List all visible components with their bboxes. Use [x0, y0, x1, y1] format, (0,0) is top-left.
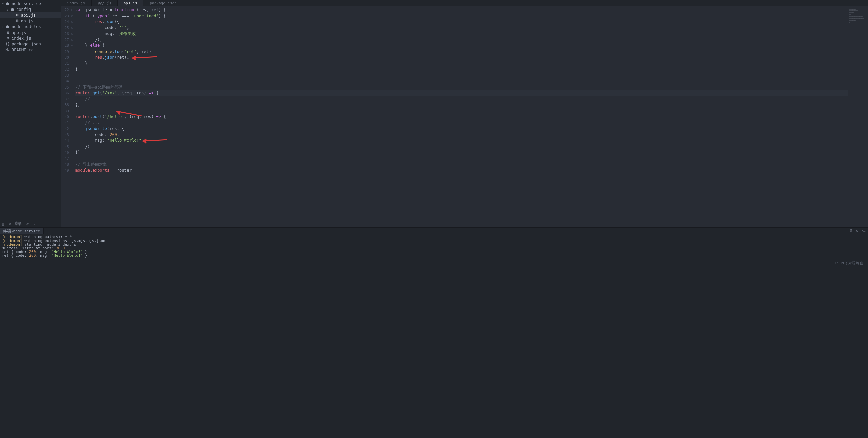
tree-item-label: node_modules	[12, 24, 41, 29]
code-line-39[interactable]	[75, 108, 848, 114]
code-line-26[interactable]: msg: '操作失败'	[75, 31, 848, 37]
file-icon: 🗎	[15, 19, 20, 23]
tree-item-label: node_service	[12, 1, 41, 6]
json-icon: {}	[5, 42, 10, 46]
code-line-31[interactable]: }	[75, 61, 848, 67]
code-line-34[interactable]	[75, 78, 848, 84]
search-icon[interactable]: ⌕	[8, 222, 11, 226]
editor-area: index.jsapp.jsapi.jspackage.json 2223242…	[61, 0, 868, 227]
caret-icon: ∨	[7, 8, 10, 11]
svg-marker-2	[142, 139, 146, 143]
tree-item-app-js[interactable]: 🗎app.js	[0, 30, 61, 35]
file-tree[interactable]: ∨🖿node_service∨🖿config🗎api.js🗎db.js›🖿nod…	[0, 0, 61, 220]
tree-item-label: db.js	[21, 19, 33, 23]
code-line-29[interactable]: console.log('ret', ret)	[75, 49, 848, 55]
code-line-47[interactable]	[75, 156, 848, 162]
code-line-45[interactable]: })	[75, 144, 848, 150]
editor-tabs: index.jsapp.jsapi.jspackage.json	[61, 0, 868, 6]
folder-icon: 🖿	[5, 24, 10, 29]
code-line-28[interactable]: } else {	[75, 43, 848, 49]
text-cursor	[160, 91, 160, 96]
caret-icon: ∨	[2, 2, 5, 5]
code-line-22[interactable]: var jsonWrite = function (res, ret) {	[75, 7, 848, 13]
tree-item-config[interactable]: ∨🖿config	[0, 6, 61, 12]
tree-item-db-js[interactable]: 🗎db.js	[0, 18, 61, 24]
annotation-arrow	[131, 56, 158, 59]
tab-api-js[interactable]: api.js	[118, 0, 144, 6]
code-line-44[interactable]: msg: "Hello World!"	[75, 138, 848, 144]
fold-gutter[interactable]: ⊟⊟⊟⊟⊟⊟⊟	[71, 6, 75, 227]
code-line-46[interactable]: })	[75, 150, 848, 156]
tree-item-label: README.md	[12, 47, 34, 52]
tree-item-label: api.js	[21, 13, 36, 18]
close-terminal-icon[interactable]: x₁	[862, 228, 866, 233]
file-icon: 🗎	[15, 13, 20, 17]
tab-index-js[interactable]: index.js	[61, 0, 92, 6]
minimap[interactable]: ▬▬▬▬▬▬▬▬▬▬▬▬▬▬▬▬▬▬▬▬▬▬▬▬▬▬▬▬▬▬▬▬▬▬▬▬▬▬▬▬…	[848, 6, 868, 227]
tree-item-node-service[interactable]: ∨🖿node_service	[0, 1, 61, 6]
code-line-40[interactable]: router.post('/hello', (req, res) => {	[75, 114, 848, 120]
tab-package-json[interactable]: package.json	[143, 0, 183, 6]
code-line-35[interactable]: // 下面是api路由的代码	[75, 84, 848, 91]
tree-item-package-json[interactable]: {}package.json	[0, 41, 61, 47]
code-line-23[interactable]: if (typeof ret === 'undefined') {	[75, 13, 848, 19]
annotation-arrow	[141, 139, 168, 142]
cloud-icon[interactable]: ☁	[33, 222, 36, 226]
code-line-48[interactable]: // 导出路由对象	[75, 161, 848, 168]
code-line-38[interactable]: })	[75, 102, 848, 108]
caret-icon: ›	[2, 25, 5, 28]
editor-body[interactable]: 2223242526272829303132333435363738394041…	[61, 6, 868, 227]
terminal-panel: 终端-node_service ⧉ ∧ x₁ [nodemon] watchin…	[0, 227, 868, 266]
terminal-actions: ⧉ ∧ x₁	[850, 228, 866, 233]
tree-item-label: index.js	[12, 36, 31, 41]
tree-item-api-js[interactable]: 🗎api.js	[0, 12, 61, 18]
folder-icon: 🖿	[5, 1, 10, 6]
code-line-37[interactable]: // ...	[75, 96, 848, 102]
file-icon: 🗎	[5, 30, 10, 35]
collapse-icon[interactable]: ∧	[856, 228, 858, 233]
code-line-43[interactable]: code: 200,	[75, 132, 848, 138]
md-icon: M↓	[5, 47, 10, 52]
sidebar-footer: ▤ ⌕ �染 ⟳ ☁	[0, 220, 61, 227]
terminal-tab[interactable]: 终端-node_service	[0, 228, 44, 234]
tree-item-label: package.json	[12, 42, 41, 46]
folder-icon: 🖿	[10, 7, 15, 12]
tree-item-index-js[interactable]: 🗎index.js	[0, 35, 61, 41]
annotation-arrow	[115, 111, 142, 113]
code-line-27[interactable]: });	[75, 37, 848, 43]
sync-icon[interactable]: ⟳	[26, 222, 29, 226]
code-line-36[interactable]: router.get('/xxx', (req, res) => {	[75, 90, 848, 96]
code-line-32[interactable]: };	[75, 66, 848, 73]
tab-app-js[interactable]: app.js	[92, 0, 118, 6]
watermark: CSDN @对唔嗨住	[835, 261, 863, 266]
code-line-42[interactable]: jsonWrite(res, {	[75, 126, 848, 132]
file-explorer-sidebar: ∨🖿node_service∨🖿config🗎api.js🗎db.js›🖿nod…	[0, 0, 61, 227]
debug-icon[interactable]: �染	[15, 221, 21, 227]
code-line-30[interactable]: res.json(ret);	[75, 55, 848, 61]
svg-marker-0	[131, 56, 136, 60]
terminal-tabs: 终端-node_service	[0, 228, 868, 234]
code-line-25[interactable]: code: '1',	[75, 25, 848, 31]
tree-item-readme-md[interactable]: M↓README.md	[0, 47, 61, 53]
file-icon: 🗎	[5, 36, 10, 40]
line-number-gutter: 2223242526272829303132333435363738394041…	[61, 6, 71, 227]
new-terminal-icon[interactable]: ⧉	[850, 228, 852, 233]
code-line-33[interactable]	[75, 73, 848, 79]
terminal-output[interactable]: [nodemon] watching path(s): *.* [nodemon…	[0, 234, 868, 266]
code-line-49[interactable]: module.exports = router;	[75, 168, 848, 174]
code-line-41[interactable]: // ...	[75, 120, 848, 126]
code-line-24[interactable]: res.json({	[75, 19, 848, 25]
code-content[interactable]: var jsonWrite = function (res, ret) { if…	[75, 6, 848, 227]
files-icon[interactable]: ▤	[2, 222, 4, 226]
tree-item-label: config	[16, 7, 31, 12]
tree-item-label: app.js	[12, 30, 26, 35]
tree-item-node-modules[interactable]: ›🖿node_modules	[0, 24, 61, 30]
